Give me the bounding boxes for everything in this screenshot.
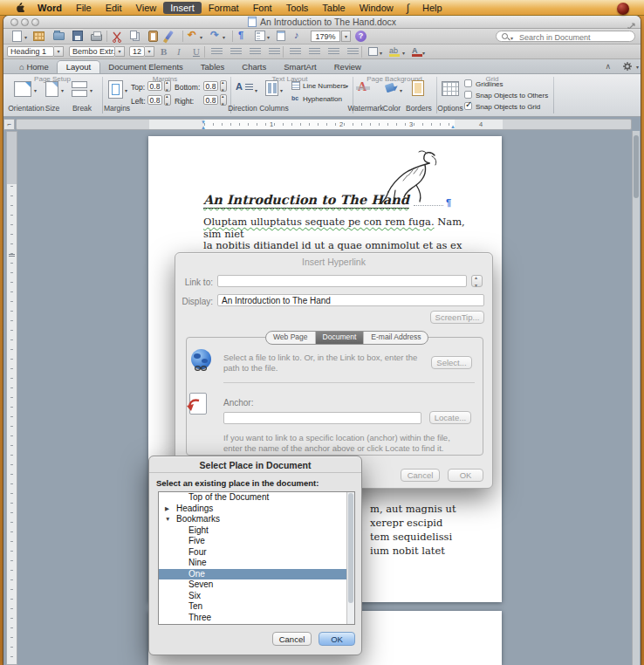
list-item-bookmarks[interactable]: ▼Bookmarks [159,514,346,525]
columns-dropdown[interactable] [280,87,283,93]
media-browser-icon[interactable]: ♪ [294,30,299,41]
menu-word[interactable]: Word [31,2,69,14]
right-indent-marker[interactable]: ▲ [450,124,456,129]
orientation-dropdown[interactable] [34,87,37,93]
color-icon[interactable] [385,83,395,93]
expanded-arrow-icon[interactable]: ▼ [165,514,170,525]
decrease-indent-button[interactable] [328,48,339,56]
direction-dropdown[interactable] [255,87,257,93]
paste-icon[interactable] [148,31,158,42]
list-scrollbar[interactable] [346,492,354,624]
open-icon[interactable] [53,32,65,40]
hyphenation-button[interactable]: Hyphenation [303,95,342,103]
font-color-dropdown[interactable] [422,51,425,56]
place-ok-button[interactable]: OK [319,632,355,646]
size-button[interactable]: Size [37,104,68,113]
highlight-dropdown[interactable] [402,51,405,56]
menu-table[interactable]: Table [315,2,352,14]
hyphenation-icon[interactable]: bc [291,95,298,101]
margins-button[interactable]: Margins [99,104,134,113]
size-icon[interactable] [45,81,58,97]
menu-format[interactable]: Format [202,2,246,14]
search-input[interactable] [517,31,633,43]
collapse-ribbon-icon[interactable]: ∧ [605,62,611,71]
color-dropdown[interactable] [400,87,402,93]
help-icon[interactable]: ? [355,31,367,42]
zoom-level-field[interactable]: 179% [311,31,340,42]
save-icon[interactable] [72,31,83,41]
style-combo-dropdown[interactable] [54,46,64,57]
list-item[interactable]: Five [159,536,346,547]
apple-menu-icon[interactable] [9,2,31,15]
tab-selector-icon[interactable]: ⌐ [3,119,15,130]
list-item[interactable]: Seven [159,579,346,591]
grid-options-button[interactable]: Options [435,104,466,113]
gear-icon[interactable] [623,62,632,72]
vertical-scrollbar[interactable] [632,131,640,665]
margin-top-field[interactable]: 0.8 [147,81,162,91]
new-document-icon[interactable] [12,31,22,42]
margin-left-stepper[interactable] [164,94,171,106]
line-numbers-dropdown[interactable] [346,83,348,89]
list-item[interactable]: Ten [159,601,346,613]
borders-button[interactable] [368,47,378,56]
margin-right-field[interactable]: 0.8 [203,95,218,105]
places-list[interactable]: Top of the Document ▶Headings ▼Bookmarks… [158,491,355,625]
titlebar[interactable]: An Introduction to The Hand.docx [3,16,641,29]
tab-email-address[interactable]: E-mail Address [363,332,428,344]
orientation-icon[interactable] [14,81,31,97]
font-size-combo[interactable]: 12 [129,46,145,57]
hyperlink-cancel-button[interactable]: Cancel [401,469,440,482]
increase-indent-button[interactable] [347,48,359,56]
borders-page-icon[interactable] [412,80,424,96]
font-combo-dropdown[interactable] [115,46,125,57]
undo-dropdown[interactable] [200,35,202,40]
margins-dropdown[interactable] [125,87,127,93]
list-scrollbar-thumb[interactable] [348,493,353,603]
list-item[interactable]: Nine [159,558,346,569]
snap-objects-grid-checkbox[interactable]: ✓ [464,102,472,110]
size-dropdown[interactable] [61,87,64,93]
break-icon[interactable] [72,81,87,88]
break-button[interactable]: Break [65,104,99,113]
display-input[interactable] [217,294,484,306]
list-item[interactable]: Top of the Document [159,492,346,504]
justify-button[interactable] [269,48,280,56]
menu-help[interactable]: Help [415,2,449,14]
watermark-icon[interactable]: A [358,80,367,94]
menu-view[interactable]: View [129,2,164,14]
gridlines-checkbox[interactable] [464,79,472,87]
line-numbers-icon[interactable] [291,81,300,90]
horizontal-ruler[interactable]: 1 2 3 4 ▼▲ ▲ [16,119,632,130]
columns-icon[interactable] [265,80,278,96]
locate-button[interactable]: Locate... [429,411,471,424]
tab-web-page[interactable]: Web Page [266,332,315,344]
menu-edit[interactable]: Edit [99,2,129,14]
tab-document-elements[interactable]: Document Elements [99,61,192,73]
bullet-list-button[interactable] [309,48,320,56]
view-layout-icon[interactable] [255,31,265,41]
left-indent-marker[interactable]: ▼▲ [201,120,206,130]
template-gallery-icon[interactable] [33,31,45,41]
margin-left-field[interactable]: 0.8 [147,95,162,105]
bold-button[interactable]: B [161,46,167,58]
align-right-button[interactable] [250,48,261,56]
zoom-dropdown[interactable]: ▾ [341,31,351,42]
font-size-dropdown[interactable] [145,46,154,57]
margin-top-stepper[interactable] [164,80,171,92]
numbered-list-button[interactable] [290,48,301,56]
snap-objects-others-checkbox[interactable] [464,91,472,99]
list-item[interactable]: Six [159,591,346,602]
list-item[interactable]: Four [159,547,346,559]
margin-bottom-field[interactable]: 0.8 [203,81,218,91]
italic-button[interactable]: I [177,46,181,58]
style-combo[interactable]: Heading 1 [7,46,54,57]
search-scope-dropdown[interactable] [510,35,513,41]
tab-home[interactable]: ⌂ Home [10,61,58,73]
print-icon[interactable] [91,34,102,41]
tab-smartart[interactable]: SmartArt [275,61,325,73]
vertical-ruler[interactable] [6,131,17,665]
new-document-dropdown[interactable] [24,35,27,40]
menu-window[interactable]: Window [353,2,401,14]
place-cancel-button[interactable]: Cancel [272,632,312,646]
